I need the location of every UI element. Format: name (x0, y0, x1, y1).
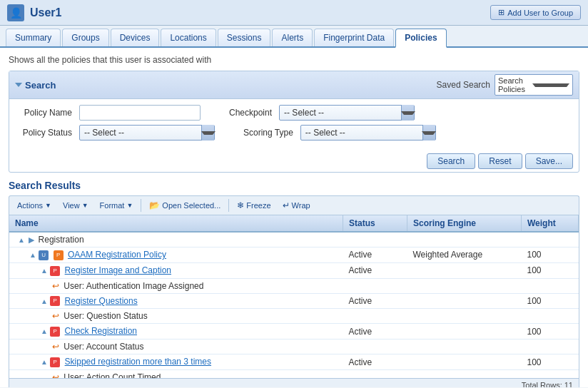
view-arrow-icon: ▼ (82, 202, 88, 209)
row-engine (407, 232, 522, 247)
policy-link[interactable]: Check Registration (65, 326, 137, 336)
page-description: Shows all the policies that this user is… (9, 55, 579, 65)
open-icon: 📂 (149, 200, 160, 210)
policy-icon-red: P (50, 266, 60, 276)
user-icon-small: U (39, 250, 49, 260)
col-weight[interactable]: Weight (522, 215, 579, 232)
tab-alerts[interactable]: Alerts (272, 29, 313, 46)
table-row: ↩ User: Action Count Timed (9, 370, 579, 379)
wrap-icon: ↵ (283, 200, 290, 210)
search-header: Search Saved Search Search Policies (9, 71, 579, 99)
results-title: Search Results (9, 180, 579, 191)
policy-link[interactable]: Register Image and Caption (65, 265, 171, 275)
row-status: Active (343, 354, 407, 370)
table-row: ▲ P Register Image and Caption Active 10… (9, 262, 579, 278)
policy-icon-red4: P (50, 357, 60, 367)
tree-icon: ▲ (29, 251, 36, 259)
reset-button[interactable]: Reset (478, 153, 522, 169)
wrap-button[interactable]: ↵ Wrap (278, 198, 315, 213)
policy-link[interactable]: OAAM Registration Policy (68, 250, 166, 260)
search-form: Policy Name Checkpoint -- Select -- Poli… (9, 99, 579, 150)
row-name: ↩ User: Action Count Timed (9, 370, 343, 379)
col-name[interactable]: Name (9, 215, 343, 232)
results-table: Name Status Scoring Engine Weight ▲ ▶ (9, 215, 579, 379)
format-arrow-icon: ▼ (126, 202, 133, 209)
search-buttons: Search Reset Save... (9, 150, 579, 172)
tab-devices[interactable]: Devices (111, 29, 160, 46)
saved-search-dropdown[interactable]: Search Policies (495, 74, 573, 96)
add-user-icon: ⊞ (498, 8, 505, 17)
freeze-icon: ❄ (237, 200, 244, 210)
row-status (343, 232, 407, 247)
freeze-button[interactable]: ❄ Freeze (232, 198, 275, 213)
col-status[interactable]: Status (343, 215, 407, 232)
row-status: Active (343, 324, 407, 340)
row-name: ▲ P Check Registration (9, 324, 343, 340)
search-title: Search (15, 80, 56, 91)
back-arrow-icon: ↩ (52, 372, 59, 379)
row-weight: 100 (522, 293, 579, 309)
toolbar-separator-2 (228, 199, 229, 212)
tree-icon: ▲ (41, 327, 48, 335)
search-button[interactable]: Search (427, 153, 475, 169)
policy-link[interactable]: Skipped registration more than 3 times (65, 357, 211, 367)
main-content: Shows all the policies that this user is… (0, 48, 588, 387)
user-avatar-icon: 👤 (7, 4, 24, 21)
policy-name-input[interactable] (79, 105, 201, 121)
save-button[interactable]: Save... (525, 153, 573, 169)
results-table-container[interactable]: Name Status Scoring Engine Weight ▲ ▶ (9, 215, 579, 379)
row-weight: 100 (522, 324, 579, 340)
row-weight (522, 232, 579, 247)
row-name: ▲ U P OAAM Registration Policy (9, 247, 343, 263)
policy-status-arrow-icon (201, 125, 214, 141)
row-name: ▲ ▶ Registration (9, 232, 343, 247)
tab-sessions[interactable]: Sessions (218, 29, 271, 46)
row-engine (407, 262, 522, 278)
table-row: ↩ User: Account Status (9, 340, 579, 354)
add-user-to-group-button[interactable]: ⊞ Add User to Group (490, 5, 581, 20)
view-menu[interactable]: View ▼ (58, 199, 93, 212)
row-name: ▲ P Register Questions (9, 293, 343, 309)
tab-policies[interactable]: Policies (395, 29, 446, 48)
checkpoint-select[interactable]: -- Select -- (279, 105, 415, 121)
open-selected-button[interactable]: 📂 Open Selected... (144, 198, 225, 213)
policy-icon-red3: P (50, 327, 60, 337)
results-toolbar: Actions ▼ View ▼ Format ▼ 📂 Open Selecte… (9, 195, 579, 215)
back-arrow-icon: ↩ (52, 311, 59, 321)
tree-icon: ▲ (41, 358, 48, 366)
tab-locations[interactable]: Locations (161, 29, 216, 46)
row-name: ↩ User: Authentication Image Assigned (9, 278, 343, 293)
actions-arrow-icon: ▼ (45, 202, 51, 209)
row-name: ▲ P Register Image and Caption (9, 262, 343, 278)
table-row: ▲ P Check Registration Active 100 (9, 324, 579, 340)
tree-icon: ▲ (41, 267, 48, 275)
scoring-type-arrow-icon (422, 125, 435, 141)
policy-status-select[interactable]: -- Select -- (79, 125, 215, 141)
form-row-1: Policy Name Checkpoint -- Select -- (15, 105, 573, 121)
tab-groups[interactable]: Groups (62, 29, 108, 46)
row-status: Active (343, 247, 407, 263)
back-arrow-icon: ↩ (52, 281, 59, 291)
row-status: Active (343, 293, 407, 309)
scoring-type-select[interactable]: -- Select -- (300, 125, 436, 141)
row-name: ↩ User: Account Status (9, 340, 343, 354)
col-engine[interactable]: Scoring Engine (407, 215, 522, 232)
policy-name-label: Policy Name (15, 108, 72, 118)
tab-summary[interactable]: Summary (6, 29, 61, 46)
actions-menu[interactable]: Actions ▼ (12, 199, 56, 212)
tree-expand-icon: ▲ (18, 236, 25, 244)
row-weight: 100 (522, 262, 579, 278)
row-name: ↩ User: Question Status (9, 309, 343, 324)
row-status: Active (343, 262, 407, 278)
format-menu[interactable]: Format ▼ (95, 199, 138, 212)
tab-fingerprint[interactable]: Fingerprint Data (314, 29, 394, 46)
checkpoint-select-arrow-icon (401, 105, 414, 121)
page-header: 👤 User1 ⊞ Add User to Group (0, 0, 588, 26)
table-row: ↩ User: Authentication Image Assigned (9, 278, 579, 293)
header-left: 👤 User1 (7, 4, 61, 21)
table-row: ▲ U P OAAM Registration Policy Active We… (9, 247, 579, 263)
policy-link[interactable]: Register Questions (65, 296, 138, 306)
saved-search-dropdown-arrow-icon (532, 83, 569, 87)
form-row-2: Policy Status -- Select -- Scoring Type … (15, 125, 573, 141)
search-section: Search Saved Search Search Policies Poli… (9, 71, 579, 173)
